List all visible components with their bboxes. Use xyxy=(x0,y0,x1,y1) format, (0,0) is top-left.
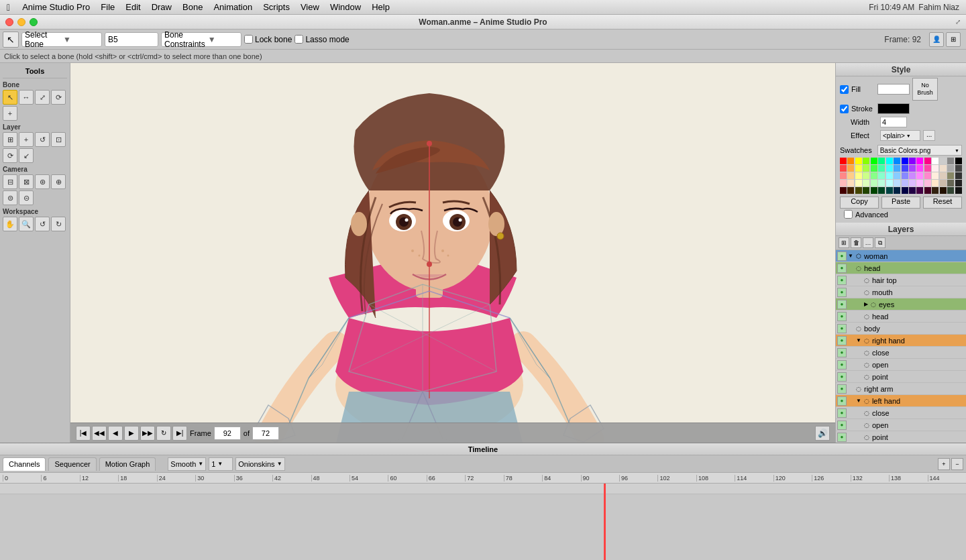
color-cell-4[interactable] xyxy=(871,158,877,164)
color-cell-18[interactable] xyxy=(855,165,862,172)
color-cell-69[interactable] xyxy=(878,187,885,194)
color-cell-76[interactable] xyxy=(932,187,938,194)
play-button[interactable]: ▶ xyxy=(124,426,139,441)
next-frame-button[interactable]: ▶▶ xyxy=(140,426,155,441)
layer-tool-4[interactable]: ⊡ xyxy=(51,132,66,147)
layer-visibility-open2[interactable]: ● xyxy=(837,421,847,430)
color-cell-47[interactable] xyxy=(955,172,962,179)
layer-item-point2[interactable]: ●◌point xyxy=(836,431,966,443)
color-cell-3[interactable] xyxy=(863,158,869,164)
forward-end-button[interactable]: ▶| xyxy=(172,426,187,441)
zoom-in-button[interactable]: + xyxy=(938,458,950,470)
select-bone-dropdown[interactable]: Select Bone ▼ xyxy=(21,32,102,47)
advanced-checkbox[interactable] xyxy=(844,210,853,219)
lock-bone-input[interactable] xyxy=(244,35,253,44)
layer-visibility-point2[interactable]: ● xyxy=(837,433,847,442)
layer-add-group-button[interactable]: ⊞ xyxy=(839,237,849,248)
color-cell-16[interactable] xyxy=(840,165,847,172)
color-cell-72[interactable] xyxy=(902,187,908,194)
color-cell-67[interactable] xyxy=(863,187,869,194)
speed-dropdown[interactable]: 1 ▼ xyxy=(209,457,233,471)
layer-visibility-mouth[interactable]: ● xyxy=(837,288,847,297)
menu-animation[interactable]: Animation xyxy=(208,0,258,15)
color-cell-66[interactable] xyxy=(855,187,862,194)
layer-visibility-woman[interactable]: ● xyxy=(837,251,847,261)
layer-visibility-open[interactable]: ● xyxy=(837,360,847,370)
color-cell-35[interactable] xyxy=(863,172,869,179)
stroke-color-swatch[interactable] xyxy=(877,103,910,114)
stroke-checkbox[interactable] xyxy=(840,105,849,113)
layer-visibility-right_arm[interactable]: ● xyxy=(837,384,847,394)
color-cell-30[interactable] xyxy=(947,165,954,172)
layer-visibility-close2[interactable]: ● xyxy=(837,408,847,418)
camera-tool-1[interactable]: ⊟ xyxy=(3,174,17,189)
color-cell-45[interactable] xyxy=(940,172,947,179)
zoom-tool[interactable]: 🔍 xyxy=(19,217,34,231)
color-cell-53[interactable] xyxy=(878,180,885,186)
color-cell-26[interactable] xyxy=(916,165,923,172)
color-cell-6[interactable] xyxy=(886,158,893,164)
camera-tool-3[interactable]: ⊛ xyxy=(35,174,50,189)
menu-window[interactable]: Window xyxy=(325,0,366,15)
layer-item-right_hand[interactable]: ●▼◌right hand xyxy=(836,335,966,347)
layer-tool-3[interactable]: ↺ xyxy=(35,132,50,147)
layer-item-point[interactable]: ●◌point xyxy=(836,371,966,383)
color-cell-20[interactable] xyxy=(871,165,877,172)
color-cell-19[interactable] xyxy=(863,165,869,172)
color-cell-70[interactable] xyxy=(886,187,893,194)
color-cell-34[interactable] xyxy=(855,172,862,179)
layer-tool-2[interactable]: + xyxy=(19,132,34,147)
color-cell-49[interactable] xyxy=(847,180,854,186)
color-cell-15[interactable] xyxy=(955,158,962,164)
layer-expand-right_hand[interactable]: ▼ xyxy=(856,337,861,343)
layer-item-woman[interactable]: ●▼⬡woman xyxy=(836,250,966,262)
canvas-area[interactable]: |◀ ◀◀ ◀ ▶ ▶▶ ↻ ▶| Frame of 🔊 xyxy=(70,63,835,443)
color-cell-59[interactable] xyxy=(924,180,931,186)
lasso-mode-checkbox[interactable]: Lasso mode xyxy=(294,35,349,44)
color-cell-23[interactable] xyxy=(894,165,900,172)
effect-dropdown[interactable]: <plain> ▼ xyxy=(880,130,920,141)
layer-visibility-head[interactable]: ● xyxy=(837,264,847,273)
color-cell-61[interactable] xyxy=(940,180,947,186)
color-cell-22[interactable] xyxy=(886,165,893,172)
menu-scripts[interactable]: Scripts xyxy=(258,0,295,15)
layer-item-close2[interactable]: ●◌close xyxy=(836,407,966,419)
layer-expand-woman[interactable]: ▼ xyxy=(848,253,853,259)
color-cell-13[interactable] xyxy=(940,158,947,164)
layer-visibility-body[interactable]: ● xyxy=(837,324,847,333)
loop-button[interactable]: ↻ xyxy=(156,426,171,441)
color-cell-27[interactable] xyxy=(924,165,931,172)
layer-visibility-right_hand[interactable]: ● xyxy=(837,336,847,345)
color-cell-51[interactable] xyxy=(863,180,869,186)
layer-visibility-eyes[interactable]: ● xyxy=(837,300,847,309)
color-cell-71[interactable] xyxy=(894,187,900,194)
menu-bone[interactable]: Bone xyxy=(177,0,208,15)
color-cell-0[interactable] xyxy=(840,158,847,164)
color-cell-54[interactable] xyxy=(886,180,893,186)
color-cell-32[interactable] xyxy=(840,172,847,179)
add-bone-tool[interactable]: + xyxy=(3,106,17,121)
tab-sequencer[interactable]: Sequencer xyxy=(48,457,96,471)
minimize-window-button[interactable] xyxy=(17,18,25,26)
scale-bone-tool[interactable]: ⤢ xyxy=(35,90,50,105)
width-input[interactable] xyxy=(880,117,907,127)
color-cell-50[interactable] xyxy=(855,180,862,186)
color-cell-10[interactable] xyxy=(916,158,923,164)
layer-item-body[interactable]: ●◌body xyxy=(836,323,966,335)
color-cell-43[interactable] xyxy=(924,172,931,179)
select-bone-tool[interactable]: ↖ xyxy=(3,90,17,105)
camera-tool-6[interactable]: ⊝ xyxy=(19,190,34,205)
color-cell-1[interactable] xyxy=(847,158,854,164)
reset-button[interactable]: Reset xyxy=(923,197,962,209)
camera-tool-2[interactable]: ⊠ xyxy=(19,174,34,189)
color-cell-40[interactable] xyxy=(902,172,908,179)
prev-frame-button[interactable]: ◀◀ xyxy=(92,426,107,441)
color-cell-41[interactable] xyxy=(909,172,916,179)
color-cell-11[interactable] xyxy=(924,158,931,164)
color-cell-48[interactable] xyxy=(840,180,847,186)
maximize-window-button[interactable] xyxy=(30,18,38,26)
color-cell-36[interactable] xyxy=(871,172,877,179)
layer-visibility-left_hand[interactable]: ● xyxy=(837,396,847,406)
no-brush-button[interactable]: No Brush xyxy=(912,78,938,101)
menu-edit[interactable]: Edit xyxy=(120,0,146,15)
